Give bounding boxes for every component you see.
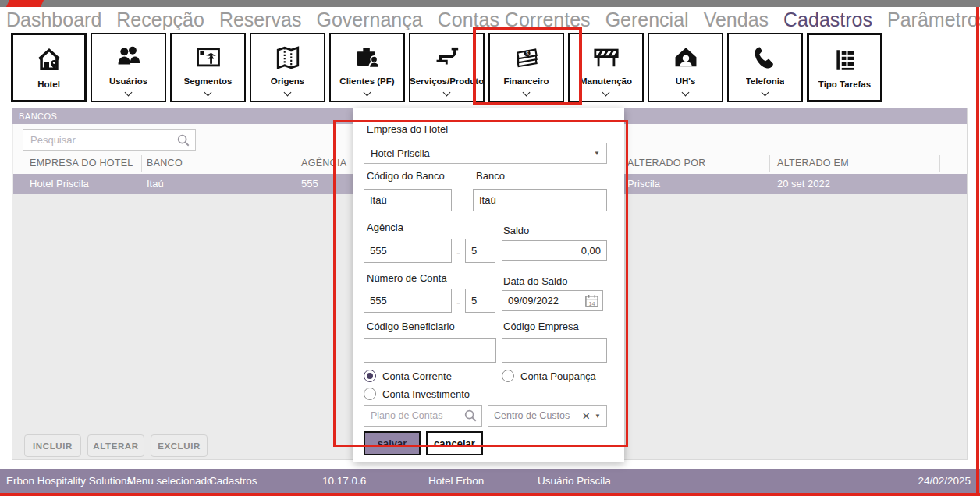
toolbar-button-uhs[interactable]: UH's — [648, 33, 723, 102]
conta-investimento-radio[interactable]: Conta Investimento — [364, 388, 470, 400]
menu-item-cadastros[interactable]: Cadastros — [783, 9, 872, 31]
telephony-icon — [752, 34, 779, 76]
numero-de-conta-input[interactable] — [364, 289, 452, 313]
toolbar-button-usuarios[interactable]: Usuários — [91, 33, 166, 102]
cell-banco: Itaú — [147, 178, 164, 190]
column-separator — [296, 155, 296, 172]
radio-icon — [364, 388, 376, 400]
toolbar-button-label: Financeiro — [503, 76, 549, 89]
radio-label: Conta Corrente — [382, 370, 452, 382]
toolbar-button-clientes-pf[interactable]: Clientes (PF) — [329, 33, 405, 102]
conta-digito-input[interactable] — [465, 289, 495, 313]
toolbar-button-financeiro[interactable]: $ Financeiro — [488, 33, 564, 102]
saldo-input[interactable] — [502, 240, 607, 261]
column-separator — [141, 155, 142, 172]
incluir-button[interactable]: INCLUIR — [24, 434, 81, 457]
caret-down-icon: ▼ — [595, 413, 601, 420]
column-header-banco[interactable]: BANCO — [147, 158, 183, 168]
toolbar-button-label: Usuários — [109, 76, 147, 89]
chevron-down-icon — [204, 89, 212, 97]
saldo-label: Saldo — [503, 225, 529, 236]
chevron-down-icon — [364, 89, 371, 97]
column-header-empresa[interactable]: EMPRESA DO HOTEL — [30, 158, 133, 168]
toolbar-button-manutencao[interactable]: Manutenção — [568, 33, 644, 102]
column-header-agencia[interactable]: AGÊNCIA — [301, 158, 346, 168]
conta-dash: - — [456, 296, 460, 309]
menu-item-dashboard[interactable]: Dashboard — [6, 9, 101, 31]
status-menu-label: Menu selecionado — [127, 475, 213, 487]
status-hotel: Hotel Erbon — [428, 475, 484, 487]
caret-down-icon: ▼ — [594, 150, 600, 157]
column-header-alterado-por[interactable]: ALTERADO POR — [627, 158, 706, 168]
toolbar-button-label: Telefonia — [746, 76, 785, 89]
banco-label: Banco — [476, 170, 505, 182]
cell-agencia: 555 — [301, 178, 318, 190]
excluir-button[interactable]: EXCLUIR — [151, 434, 208, 457]
codigo-beneficiario-input[interactable] — [364, 338, 496, 363]
menu-item-reservas[interactable]: Reservas — [219, 9, 302, 31]
salvar-button[interactable]: salvar — [364, 431, 421, 455]
uh-icon — [673, 34, 699, 76]
radio-icon — [502, 370, 514, 382]
svg-text:$: $ — [525, 51, 528, 56]
chevron-down-icon — [443, 89, 451, 97]
radio-label: Conta Investimento — [382, 388, 470, 400]
toolbar-button-label: Serviços/Produtos — [410, 76, 484, 89]
conta-corrente-radio[interactable]: Conta Corrente — [364, 370, 452, 382]
maintenance-icon — [593, 34, 620, 76]
menu-item-contas-correntes[interactable]: Contas Correntes — [438, 9, 591, 31]
calendar-icon[interactable]: 14 — [584, 293, 599, 308]
agencia-dash: - — [456, 246, 460, 259]
empresa-do-hotel-value: Hotel Priscila — [371, 147, 430, 159]
column-header-alterado-em[interactable]: ALTERADO EM — [777, 158, 849, 168]
status-user: Usuário Priscila — [538, 475, 611, 487]
codigo-empresa-input[interactable] — [502, 338, 607, 363]
cell-alterado-por: Priscila — [627, 178, 660, 190]
menu-item-gerencial[interactable]: Gerencial — [605, 9, 689, 31]
origins-icon — [275, 34, 301, 76]
clients-icon — [354, 34, 381, 76]
red-annotation-right-edge — [976, 7, 979, 496]
search-input[interactable] — [23, 130, 195, 150]
toolbar-button-servicos-produtos[interactable]: Serviços/Produtos — [409, 33, 485, 102]
chevron-down-icon — [682, 89, 690, 97]
status-version: 10.17.0.6 — [322, 475, 366, 487]
search-icon — [463, 409, 478, 423]
numero-de-conta-label: Número de Conta — [367, 272, 447, 284]
toolbar-button-label: Manutenção — [580, 76, 632, 89]
chevron-down-icon — [602, 89, 610, 97]
agencia-input[interactable] — [364, 239, 452, 263]
conta-poupanca-radio[interactable]: Conta Poupança — [502, 370, 596, 382]
title-bar — [0, 0, 980, 7]
toolbar-button-label: Origens — [271, 76, 304, 89]
cell-alterado-em: 20 set 2022 — [777, 178, 830, 190]
toolbar-button-origens[interactable]: Origens — [250, 33, 325, 102]
centro-de-custos-value: Centro de Custos — [494, 410, 577, 421]
toolbar-button-segmentos[interactable]: Segmentos — [170, 33, 246, 102]
menu-item-parametros[interactable]: Parâmetros — [887, 9, 980, 31]
alterar-button[interactable]: ALTERAR — [87, 434, 144, 457]
toolbar-button-tipo-tarefas[interactable]: Tipo Tarefas — [807, 33, 882, 102]
clear-icon[interactable]: × — [582, 409, 590, 423]
empresa-do-hotel-select[interactable]: Hotel Priscila ▼ — [364, 143, 607, 164]
agencia-label: Agência — [367, 221, 403, 233]
toolbar-button-hotel[interactable]: Hotel — [11, 33, 87, 102]
agencia-digito-input[interactable] — [465, 239, 495, 263]
segments-icon — [195, 34, 222, 76]
red-annotation-mark — [6, 0, 44, 7]
search-icon — [176, 133, 190, 147]
menu-item-governanca[interactable]: Governança — [316, 9, 422, 31]
main-menu: Dashboard Recepção Reservas Governança C… — [0, 7, 980, 33]
codigo-do-banco-input[interactable] — [364, 189, 452, 211]
status-separator — [119, 473, 119, 489]
status-date: 24/02/2025 — [918, 475, 971, 487]
cancelar-button[interactable]: cancelar — [426, 431, 483, 455]
banco-edit-dialog: Empresa do Hotel Hotel Priscila ▼ Código… — [353, 108, 624, 462]
empresa-do-hotel-label: Empresa do Hotel — [367, 123, 448, 135]
toolbar-button-telefonia[interactable]: Telefonia — [727, 33, 803, 102]
centro-de-custos-select[interactable]: Centro de Custos × ▼ — [488, 405, 607, 427]
menu-item-recepcao[interactable]: Recepção — [116, 9, 204, 31]
menu-item-vendas[interactable]: Vendas — [704, 9, 769, 31]
banco-input[interactable] — [473, 189, 607, 211]
red-annotation-bottom-edge — [0, 493, 980, 496]
